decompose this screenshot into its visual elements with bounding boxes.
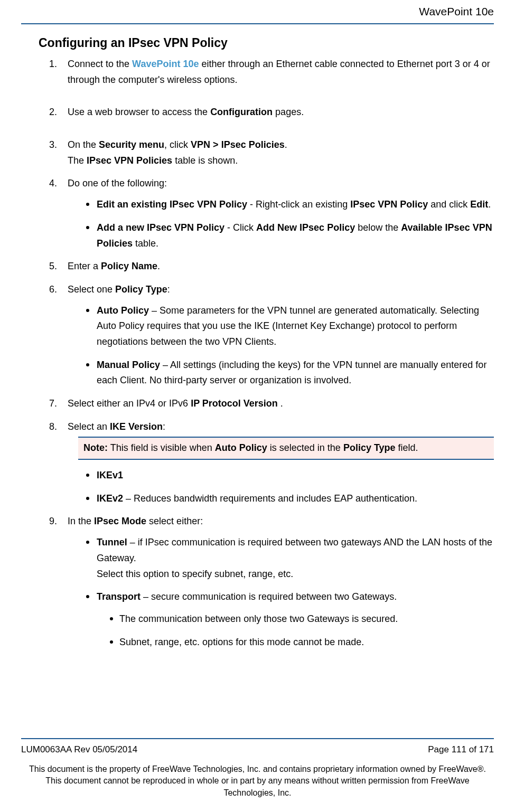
policy-manual: Manual Policy – All settings (including … — [86, 357, 494, 389]
wavepoint-link[interactable]: WavePoint 10e — [132, 59, 199, 69]
transport-note-1: The communication between only those two… — [110, 611, 494, 627]
procedure-list: Connect to the WavePoint 10e either thro… — [49, 56, 494, 650]
step-4-add: Add a new IPsec VPN Policy - Click Add N… — [86, 220, 494, 251]
step-9: In the IPsec Mode select either: Tunnel … — [49, 514, 494, 650]
step-4-edit: Edit an existing IPsec VPN Policy - Righ… — [86, 197, 494, 213]
footer-rule — [21, 738, 494, 739]
step-6: Select one Policy Type: Auto Policy – So… — [49, 282, 494, 389]
doc-revision: LUM0063AA Rev 05/05/2014 — [21, 744, 137, 755]
step-6-options: Auto Policy – Some parameters for the VP… — [68, 303, 494, 389]
legal-notice: This document is the property of FreeWav… — [21, 763, 494, 799]
step-3: On the Security menu, click VPN > IPsec … — [49, 137, 494, 168]
step-1: Connect to the WavePoint 10e either thro… — [49, 56, 494, 88]
header-rule — [21, 23, 494, 24]
page-number: Page 111 of 171 — [428, 744, 494, 755]
step-7: Select either an IPv4 or IPv6 IP Protoco… — [49, 396, 494, 412]
step-8: Select an IKE Version: Note: This field … — [49, 419, 494, 507]
ikev1: IKEv1 — [86, 468, 494, 484]
step-4: Do one of the following: Edit an existin… — [49, 176, 494, 251]
mode-tunnel: Tunnel – if IPsec communication is requi… — [86, 535, 494, 582]
transport-notes: The communication between only those two… — [97, 611, 494, 650]
mode-transport: Transport – secure communication is requ… — [86, 589, 494, 650]
page-footer: LUM0063AA Rev 05/05/2014 Page 111 of 171… — [21, 738, 494, 799]
ikev2: IKEv2 – Reduces bandwidth requirements a… — [86, 491, 494, 507]
header-product-name: WavePoint 10e — [21, 5, 494, 23]
section-title: Configuring an IPsec VPN Policy — [39, 36, 494, 50]
policy-auto: Auto Policy – Some parameters for the VP… — [86, 303, 494, 350]
note-box: Note: This field is visible when Auto Po… — [78, 437, 494, 460]
step-9-options: Tunnel – if IPsec communication is requi… — [68, 535, 494, 650]
step-4-options: Edit an existing IPsec VPN Policy - Righ… — [68, 197, 494, 251]
transport-note-2: Subnet, range, etc. options for this mod… — [110, 635, 494, 650]
step-2: Use a web browser to access the Configur… — [49, 105, 494, 120]
step-8-options: IKEv1 IKEv2 – Reduces bandwidth requirem… — [68, 468, 494, 506]
step-5: Enter a Policy Name. — [49, 259, 494, 275]
